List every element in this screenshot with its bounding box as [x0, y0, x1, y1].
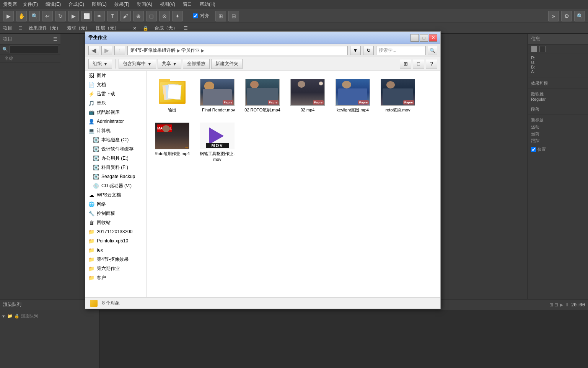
brush-tool[interactable]: 🖌 — [120, 11, 131, 21]
motion-link[interactable]: 运动 — [531, 124, 585, 130]
track-link[interactable]: 跟踪 — [531, 138, 585, 144]
position-checkbox[interactable] — [531, 147, 536, 152]
nav-item-period6[interactable]: 📁 第六期作业 — [85, 264, 146, 273]
menu-item-compose[interactable]: 合成(C) — [67, 0, 86, 8]
render-queue-label[interactable]: 渲染队列 — [3, 301, 21, 308]
mask-tool[interactable]: ⬜ — [81, 11, 92, 21]
include-library-btn[interactable]: 包含到库中 ▼ — [119, 59, 156, 69]
nav-item-music[interactable]: 🎵 音乐 — [85, 98, 146, 108]
file-item-final-render[interactable]: Papre _Final Render.mov — [196, 75, 238, 116]
forward-btn[interactable]: ▶ — [101, 46, 112, 55]
close-btn[interactable]: ✕ — [429, 34, 437, 42]
nav-item-wps-cloud[interactable]: ☁ WPS云文档 — [85, 190, 146, 200]
toolbar-sep1 — [115, 59, 116, 69]
nav-item-pointofix[interactable]: 📁 Pointofix.xp510 — [85, 236, 146, 245]
organize-btn[interactable]: 组织 ▼ — [88, 59, 112, 69]
back-btn[interactable]: ◀ — [88, 46, 99, 55]
grid-btn[interactable]: ⊟ — [228, 11, 239, 21]
share-btn[interactable]: 共享 ▼ — [158, 59, 181, 69]
nav-item-cd[interactable]: 💿 CD 驱动器 (V:) — [85, 181, 146, 190]
clone-tool[interactable]: ⊕ — [133, 11, 144, 21]
more-tools-btn[interactable]: » — [548, 11, 559, 21]
nav-item-recycle[interactable]: 🗑 回收站 — [85, 218, 146, 227]
compose-close-icon[interactable]: ✕ — [133, 26, 137, 31]
file-item-roto-homework[interactable]: MARVEL Roto笔刷作业.mp4 — [151, 119, 193, 165]
left-panel-menu[interactable]: ☰ — [53, 36, 57, 42]
redo-btn[interactable]: ↻ — [55, 11, 66, 21]
file-item-pen-tool[interactable]: MOV 钢笔工具抠图作业.mov — [196, 119, 238, 165]
compose-menu-icon[interactable]: ☰ — [184, 26, 188, 31]
tab-layer[interactable]: 图层（无） — [96, 25, 119, 31]
file-item-02[interactable]: Papre 02.mp4 — [287, 75, 329, 116]
tab-composition[interactable]: 合成（无） — [155, 25, 178, 31]
address-path[interactable]: 第4节-抠像效果组详解 ▶ 学员作业 ▶ — [127, 46, 348, 55]
file-item-roto-mov[interactable]: Papre roto笔刷.mov — [377, 75, 419, 116]
left-search-input[interactable] — [10, 46, 58, 53]
tab-footage[interactable]: 素材（无） — [67, 25, 90, 31]
align-checkbox[interactable] — [193, 13, 198, 18]
nav-item-control-panel[interactable]: 🔧 控制面板 — [85, 209, 146, 218]
refresh-btn[interactable]: ↻ — [363, 46, 374, 55]
settings-btn[interactable]: ⚙ — [561, 11, 572, 21]
nav-item-folder-2017[interactable]: 📁 20171120133200 — [85, 227, 146, 236]
puppet-tool[interactable]: ✦ — [172, 11, 183, 21]
undo-btn[interactable]: ↩ — [42, 11, 53, 21]
nav-item-drive-f[interactable]: 💽 科目资料 (F:) — [85, 163, 146, 172]
nav-item-computer[interactable]: 💻 计算机 — [85, 126, 146, 135]
nav-item-tex[interactable]: 📁 tex — [85, 245, 146, 255]
maximize-btn[interactable]: □ — [420, 34, 428, 42]
menu-item-edit[interactable]: 编辑(E) — [44, 0, 62, 8]
text-tool[interactable]: T — [107, 11, 118, 21]
tab-effect-controls[interactable]: 效果控件（无） — [29, 25, 61, 31]
help-btn[interactable]: ? — [426, 59, 437, 69]
file-item-keylight[interactable]: Papre keylight抠图.mp4 — [332, 75, 374, 116]
new-title-link[interactable]: 新标题 — [531, 117, 585, 123]
menu-item-animation[interactable]: 动画(A) — [135, 0, 154, 8]
menu-item-file[interactable]: 文件(F) — [21, 0, 39, 8]
search-box[interactable]: 搜索学... — [376, 46, 426, 55]
menu-item-view[interactable]: 视图(V) — [158, 0, 177, 8]
file-name-02: 02.mp4 — [301, 107, 315, 113]
nav-item-lesson4[interactable]: 📁 第4节-抠像效果 — [85, 255, 146, 264]
tab-project[interactable]: 项目 — [3, 25, 12, 31]
hand-tool[interactable]: ✋ — [16, 11, 27, 21]
nav-item-xunlei[interactable]: ⚡ 迅雷下载 — [85, 89, 146, 98]
file-item-roto-brush[interactable]: Papre 02 ROTO笔刷.mp4 — [241, 75, 283, 116]
current-link[interactable]: 当前 — [531, 131, 585, 137]
nav-item-network[interactable]: 🌐 网络 — [85, 200, 146, 209]
search-submit-btn[interactable]: 🔍 — [428, 46, 437, 55]
eraser-tool[interactable]: ◻ — [146, 11, 157, 21]
nav-item-documents[interactable]: 📄 文档 — [85, 80, 146, 89]
zoom-tool[interactable]: 🔍 — [29, 11, 40, 21]
pen-tool[interactable]: ✒ — [94, 11, 105, 21]
badge-roto: Papre — [268, 100, 279, 105]
search-btn[interactable]: 🔍 — [574, 11, 585, 21]
nav-item-design[interactable]: 💽 设计软件和缓存 — [85, 144, 146, 154]
minimize-btn[interactable]: _ — [410, 34, 419, 42]
up-btn[interactable]: ↑ — [114, 46, 125, 55]
addr-dropdown-btn[interactable]: ▼ — [350, 46, 361, 55]
play-all-btn[interactable]: 全部播放 — [183, 59, 210, 69]
menu-item-effect[interactable]: 效果(T) — [113, 0, 131, 8]
menu-item-window[interactable]: 窗口 — [181, 0, 194, 8]
nav-item-pictures[interactable]: 🖼 图片 — [85, 71, 146, 80]
new-folder-btn[interactable]: 新建文件夹 — [211, 59, 243, 69]
nav-item-drive-c[interactable]: 💽 本地磁盘 (C:) — [85, 135, 146, 144]
menu-item-layer[interactable]: 图层(L) — [90, 0, 108, 8]
nav-item-seagate[interactable]: 💽 Seagate Backup — [85, 172, 146, 181]
roto-tool[interactable]: ⊗ — [159, 11, 170, 21]
preview-btn[interactable]: ▶ — [68, 11, 79, 21]
view-toggle-btn[interactable]: ⊞ — [400, 59, 411, 69]
preview-pane-btn[interactable]: □ — [413, 59, 424, 69]
nav-label-music: 音乐 — [97, 100, 106, 106]
nav-item-drive-e[interactable]: 💽 办公用具 (E:) — [85, 154, 146, 163]
lock-icon-tl: 🔒 — [14, 314, 20, 319]
nav-item-youku[interactable]: 📺 优酷影视库 — [85, 108, 146, 117]
file-item-output[interactable]: 输出 — [151, 75, 193, 116]
menu-item-help[interactable]: 帮助(H) — [198, 0, 217, 8]
font-style: Regular — [531, 97, 585, 101]
snap-btn[interactable]: ⊞ — [215, 11, 226, 21]
select-tool[interactable]: ▶ — [3, 11, 14, 21]
nav-item-client[interactable]: 📁 客户 — [85, 273, 146, 282]
nav-item-admin[interactable]: 👤 Administrator — [85, 117, 146, 126]
